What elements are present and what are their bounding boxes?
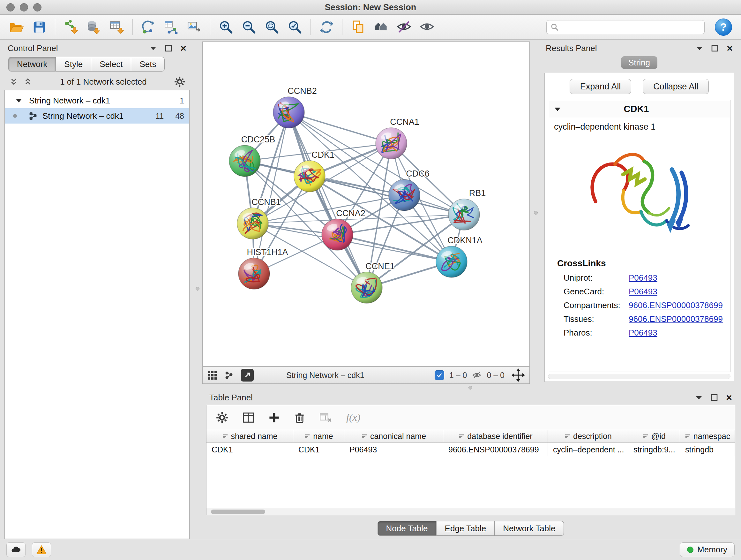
network-collection-row[interactable]: String Network – cdk1 1 — [5, 93, 189, 108]
network-edge-CCNB2-CCNA1[interactable] — [289, 112, 391, 143]
zoom-selected-button[interactable] — [284, 17, 306, 37]
network-from-table-button[interactable] — [161, 17, 182, 37]
network-edge-CCNA2-CDKN1A[interactable] — [337, 235, 452, 262]
table-panel-float-button[interactable] — [711, 394, 718, 401]
table-panel-close-button[interactable]: × — [726, 392, 732, 402]
table-options-button[interactable] — [216, 412, 228, 424]
search-box[interactable] — [546, 20, 704, 34]
network-overview-button[interactable] — [224, 370, 234, 380]
selected-nodes-checkbox[interactable] — [434, 370, 444, 380]
copy-icon — [351, 20, 365, 35]
panel-splitter-handle[interactable] — [534, 211, 538, 214]
close-window-button[interactable] — [6, 3, 15, 11]
tissues-link[interactable]: 9606.ENSP00000378699 — [629, 314, 723, 324]
expand-all-button[interactable]: Expand All — [569, 79, 631, 94]
first-neighbors-button[interactable] — [370, 17, 392, 37]
cloud-status-button[interactable] — [6, 543, 25, 557]
toolbar-separator — [210, 19, 210, 35]
delete-column-button[interactable] — [294, 412, 306, 423]
apply-layout-button[interactable] — [316, 17, 337, 37]
column-header-shared-name[interactable]: shared name — [206, 430, 293, 443]
zoom-in-button[interactable] — [215, 17, 237, 37]
column-header-id[interactable]: @id — [628, 430, 680, 443]
help-button[interactable]: ? — [715, 18, 732, 36]
warnings-button[interactable] — [32, 543, 51, 557]
expand-all-networks-button[interactable] — [23, 77, 32, 86]
import-network-from-database-button[interactable] — [83, 17, 105, 37]
open-session-button[interactable] — [6, 17, 27, 37]
table-horizontal-scrollbar[interactable] — [206, 508, 735, 515]
tab-select[interactable]: Select — [91, 57, 131, 71]
network-node-CCNE1[interactable] — [351, 272, 382, 303]
control-panel-close-button[interactable]: × — [180, 43, 186, 53]
function-builder-button[interactable]: f(x) — [346, 412, 360, 423]
control-panel-header: Control Panel × — [4, 42, 190, 55]
collapse-all-networks-button[interactable] — [9, 77, 18, 86]
results-panel-float-button[interactable] — [711, 45, 718, 52]
compartments-link[interactable]: 9606.ENSP00000378699 — [629, 300, 723, 310]
main-toolbar: ? — [0, 15, 741, 40]
copy-button[interactable] — [347, 17, 368, 37]
network-canvas[interactable]: CCNB2CCNA1CDC25BCDK1CDC6RB1CCNB1CCNA2CDK… — [202, 42, 530, 367]
tab-style[interactable]: Style — [56, 57, 91, 71]
birds-eye-view-button[interactable] — [207, 370, 217, 380]
network-node-RB1[interactable] — [448, 199, 480, 230]
zoom-window-button[interactable] — [33, 3, 42, 11]
column-header-namespace[interactable]: namespac — [680, 430, 735, 443]
zoom-fit-button[interactable] — [261, 17, 282, 37]
column-header-description[interactable]: description — [548, 430, 628, 443]
network-row-selected[interactable]: String Network – cdk1 11 48 — [5, 108, 189, 124]
minimize-window-button[interactable] — [20, 3, 28, 11]
export-image-button[interactable] — [184, 17, 205, 37]
tab-network-table[interactable]: Network Table — [495, 521, 564, 536]
results-tab-string[interactable]: String — [621, 56, 657, 69]
results-horizontal-scrollbar[interactable] — [548, 374, 731, 379]
tab-network[interactable]: Network — [8, 57, 56, 71]
status-bar: Memory — [0, 539, 741, 560]
show-columns-button[interactable] — [242, 412, 254, 424]
control-panel-float-button[interactable] — [165, 45, 172, 52]
column-header-database-identifier[interactable]: database identifier — [443, 430, 548, 443]
results-panel-collapse-button[interactable] — [696, 46, 703, 51]
network-options-button[interactable] — [174, 76, 185, 87]
uniprot-link[interactable]: P06493 — [629, 273, 657, 283]
new-network-button[interactable] — [138, 17, 159, 37]
section-collapse-arrow-icon[interactable] — [554, 107, 561, 112]
import-table-button[interactable] — [106, 17, 127, 37]
control-panel-collapse-button[interactable] — [150, 46, 157, 51]
pharos-link[interactable]: P06493 — [629, 328, 657, 338]
panel-splitter-handle[interactable] — [468, 386, 472, 389]
zoom-out-button[interactable] — [239, 17, 259, 37]
tab-edge-table[interactable]: Edge Table — [436, 521, 495, 536]
results-panel-close-button[interactable]: × — [727, 43, 733, 53]
network-view-title: String Network – cdk1 — [286, 371, 364, 380]
grid-icon — [207, 370, 217, 380]
create-column-button[interactable] — [268, 412, 280, 423]
panel-splitter-handle[interactable] — [196, 287, 199, 291]
table-row[interactable]: CDK1 CDK1 P06493 9606.ENSP00000378699 cy… — [206, 443, 735, 456]
save-session-button[interactable] — [29, 17, 50, 37]
network-node-label-HIST1H1A: HIST1H1A — [247, 247, 288, 257]
export-network-button[interactable] — [241, 369, 254, 381]
hide-selected-button[interactable] — [394, 17, 414, 37]
collapse-all-button[interactable]: Collapse All — [643, 79, 709, 94]
network-node-CDK1[interactable] — [294, 161, 325, 192]
column-header-canonical-name[interactable]: canonical name — [344, 430, 443, 443]
memory-button[interactable]: Memory — [680, 543, 735, 557]
column-header-name[interactable]: name — [293, 430, 344, 443]
table-panel-collapse-button[interactable] — [695, 395, 702, 400]
show-all-button[interactable] — [416, 17, 437, 37]
scrollbar-thumb[interactable] — [211, 509, 265, 514]
tree-expand-arrow-icon[interactable] — [16, 98, 22, 103]
tab-sets[interactable]: Sets — [131, 57, 165, 71]
genecard-link[interactable]: P06493 — [629, 287, 657, 297]
tab-node-table[interactable]: Node Table — [378, 521, 436, 536]
delete-table-button[interactable] — [320, 412, 332, 423]
network-edge-CCNB2-CCNE1[interactable] — [289, 112, 367, 288]
new-network-icon — [141, 19, 156, 35]
pan-mode-button[interactable] — [512, 368, 525, 382]
search-input[interactable] — [562, 22, 700, 32]
results-panel: Results Panel × String Expand All Collap… — [542, 42, 736, 384]
import-network-from-file-button[interactable] — [60, 17, 81, 37]
protein-header[interactable]: CDK1 — [548, 100, 730, 118]
